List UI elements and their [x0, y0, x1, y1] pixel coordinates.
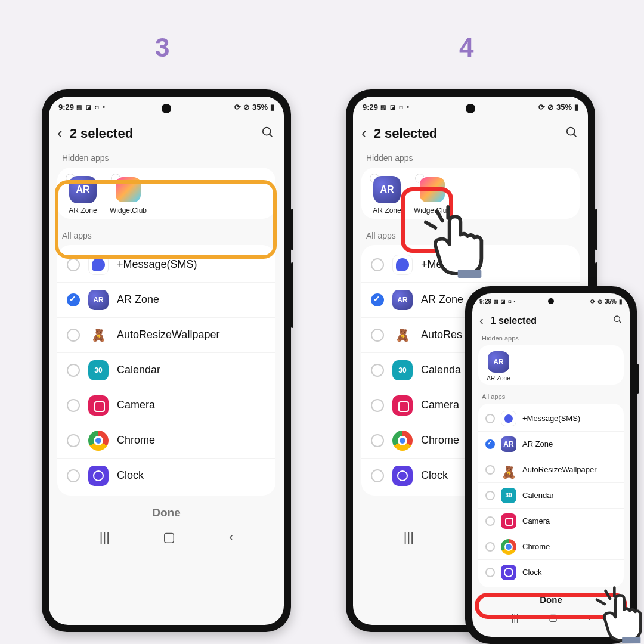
recents-icon[interactable]: ||| — [404, 530, 414, 545]
hidden-app-widgetclub[interactable]: WidgetClub — [109, 176, 148, 215]
all-apps-label: All apps — [49, 228, 284, 245]
app-name-label: +Message(SMS) — [117, 258, 197, 271]
list-item[interactable]: Chrome — [57, 423, 275, 459]
home-icon[interactable]: ▢ — [549, 612, 558, 623]
select-radio[interactable] — [371, 329, 384, 342]
search-icon[interactable] — [613, 315, 623, 327]
back-icon[interactable]: ‹ — [359, 124, 369, 143]
svg-line-3 — [574, 134, 577, 137]
select-radio[interactable] — [485, 414, 495, 423]
list-item[interactable]: Clock — [478, 560, 624, 585]
svg-line-5 — [426, 222, 435, 228]
all-apps-list: +Message(SMS)ARAR ZoneAutoResizeWallpape… — [57, 245, 275, 496]
clock-icon — [392, 466, 413, 486]
select-radio[interactable] — [371, 399, 384, 412]
search-icon[interactable] — [261, 126, 274, 141]
cal-icon: 30 — [392, 360, 413, 380]
app-name-label: Chrome — [421, 434, 459, 447]
cam-icon — [501, 513, 516, 529]
app-name-label: AR Zone — [117, 293, 159, 306]
svg-rect-7 — [458, 270, 482, 278]
select-radio[interactable] — [485, 568, 495, 577]
chrome-icon — [88, 431, 109, 451]
msg-icon — [88, 255, 109, 275]
select-radio[interactable] — [485, 465, 495, 475]
list-item[interactable]: AutoResizeWallpaper — [478, 457, 624, 483]
select-radio[interactable] — [371, 469, 384, 482]
list-item[interactable]: Chrome — [478, 534, 624, 560]
select-radio[interactable] — [371, 434, 384, 447]
recents-icon[interactable]: ||| — [511, 612, 518, 623]
select-radio[interactable] — [485, 516, 495, 526]
select-radio[interactable] — [67, 293, 80, 306]
hidden-apps-card: AR AR Zone — [478, 345, 624, 385]
list-item[interactable]: +Message(SMS) — [57, 247, 275, 283]
nav-bar: ||| ▢ ‹ — [49, 524, 284, 550]
select-radio[interactable] — [371, 293, 384, 306]
hidden-apps-label: Hidden apps — [472, 333, 630, 345]
select-radio[interactable] — [371, 364, 384, 377]
app-name-label: Clock — [117, 469, 144, 482]
list-item[interactable]: 30Calendar — [57, 353, 275, 388]
select-radio[interactable] — [67, 469, 80, 482]
app-name-label: Calenda — [421, 364, 461, 376]
page-title: 1 selected — [491, 315, 537, 326]
app-name-label: Chrome — [522, 542, 550, 551]
back-icon[interactable]: ‹ — [477, 314, 486, 327]
widgetclub-icon — [419, 176, 446, 203]
wall-icon — [501, 462, 516, 478]
front-camera — [466, 104, 475, 113]
svg-point-8 — [614, 316, 620, 321]
ar-icon: AR — [501, 436, 516, 452]
all-apps-list: +Message(SMS)ARAR ZoneAutoResizeWallpape… — [478, 404, 624, 587]
select-radio[interactable] — [67, 329, 80, 342]
app-name-label: AR Zone — [522, 439, 553, 448]
app-name-label: AR Zone — [421, 293, 463, 306]
tap-hand-icon — [590, 584, 644, 644]
all-apps-label: All apps — [472, 392, 630, 404]
app-name-label: Camera — [117, 399, 155, 411]
arzone-icon: AR — [373, 176, 401, 203]
step-number-4: 4 — [459, 33, 473, 63]
select-radio[interactable] — [67, 399, 80, 412]
list-item[interactable]: ARAR Zone — [57, 283, 275, 318]
front-camera — [162, 104, 171, 113]
page-title: 2 selected — [70, 126, 133, 141]
hidden-apps-card: AR AR Zone WidgetClub — [57, 168, 275, 219]
done-button[interactable]: Done — [540, 595, 562, 605]
list-item[interactable]: AutoResizeWallpaper — [57, 318, 275, 353]
list-item[interactable]: Camera — [478, 509, 624, 534]
list-item[interactable]: 30Calendar — [478, 483, 624, 509]
back-icon[interactable]: ‹ — [55, 124, 65, 143]
select-radio[interactable] — [485, 491, 495, 500]
app-name-label: Camera — [421, 399, 459, 411]
list-item[interactable]: Camera — [57, 388, 275, 423]
hidden-app-arzone[interactable]: AR AR Zone — [367, 176, 407, 215]
list-item[interactable]: Clock — [57, 459, 275, 493]
chrome-icon — [392, 431, 413, 451]
home-icon[interactable]: ▢ — [163, 530, 175, 545]
list-item[interactable]: ARAR Zone — [478, 432, 624, 457]
select-radio[interactable] — [67, 258, 80, 271]
hidden-app-arzone[interactable]: AR AR Zone — [63, 176, 103, 215]
done-button[interactable]: Done — [152, 506, 181, 519]
svg-line-9 — [619, 321, 621, 323]
hidden-apps-label: Hidden apps — [49, 151, 284, 168]
select-radio[interactable] — [67, 434, 80, 447]
back-nav-icon[interactable]: ‹ — [229, 530, 233, 545]
select-radio[interactable] — [67, 364, 80, 377]
select-radio[interactable] — [485, 542, 495, 552]
search-icon[interactable] — [565, 126, 578, 141]
hidden-app-arzone[interactable]: AR AR Zone — [483, 351, 514, 382]
select-radio[interactable] — [371, 258, 384, 271]
select-radio[interactable] — [485, 439, 495, 449]
msg-icon — [392, 255, 413, 275]
recents-icon[interactable]: ||| — [100, 530, 110, 545]
ar-icon: AR — [88, 290, 109, 310]
phone-step-3: 9:29▧ ◪ ◘ • ⟳⊘35%▮ ‹ 2 selected Hidden a… — [42, 89, 291, 632]
hidden-apps-label: Hidden apps — [353, 151, 588, 168]
clock-icon — [88, 466, 109, 486]
list-item[interactable]: +Message(SMS) — [478, 406, 624, 432]
page-title: 2 selected — [374, 126, 437, 141]
svg-rect-13 — [622, 637, 640, 643]
